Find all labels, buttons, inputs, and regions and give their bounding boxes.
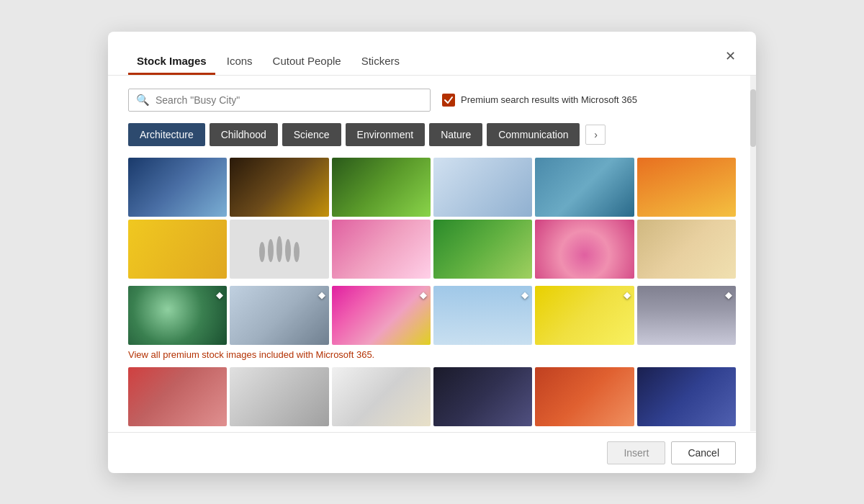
diamond-badge: ◆: [420, 289, 427, 300]
scrollbar-track[interactable]: [750, 75, 756, 431]
image-item[interactable]: [230, 220, 328, 279]
stock-images-dialog: Stock Images Icons Cutout People Sticker…: [108, 32, 756, 473]
category-nature[interactable]: Nature: [429, 123, 482, 146]
premium-label: Premium search results with Microsoft 36…: [442, 94, 637, 107]
free-images-row2: [128, 220, 736, 279]
image-item[interactable]: [128, 158, 227, 217]
insert-button[interactable]: Insert: [607, 441, 665, 464]
category-environment[interactable]: Environment: [346, 123, 426, 146]
search-row: 🔍 Premium search results with Microsoft …: [128, 89, 736, 112]
search-icon: 🔍: [136, 94, 150, 107]
premium-link[interactable]: View all premium stock images included w…: [128, 349, 736, 360]
dialog-body: 🔍 Premium search results with Microsoft …: [108, 76, 756, 432]
image-item[interactable]: [637, 220, 736, 279]
image-item[interactable]: [230, 158, 328, 217]
image-item[interactable]: [332, 158, 431, 217]
premium-checkbox[interactable]: [442, 94, 455, 107]
free-images-row1: [128, 158, 736, 217]
image-item[interactable]: [433, 367, 532, 426]
image-item[interactable]: [433, 158, 532, 217]
diamond-badge: ◆: [725, 289, 732, 300]
image-item[interactable]: [535, 220, 634, 279]
dialog-footer: Insert Cancel: [108, 432, 756, 473]
checkmark-icon: [444, 96, 453, 104]
image-item[interactable]: [535, 367, 634, 426]
premium-image-item[interactable]: ◆: [128, 286, 227, 345]
scrollbar-thumb[interactable]: [750, 89, 756, 147]
premium-image-item[interactable]: ◆: [433, 286, 532, 345]
bottom-images-row: [128, 367, 736, 426]
dialog-header: Stock Images Icons Cutout People Sticker…: [108, 32, 756, 76]
tab-stickers[interactable]: Stickers: [353, 49, 408, 75]
diamond-badge: ◆: [216, 289, 223, 300]
image-item[interactable]: [332, 220, 431, 279]
category-science[interactable]: Science: [282, 123, 341, 146]
categories-row: Architecture Childhood Science Environme…: [128, 123, 736, 146]
tab-icons[interactable]: Icons: [218, 49, 261, 75]
image-item[interactable]: [128, 220, 227, 279]
image-item[interactable]: [128, 367, 227, 426]
image-item[interactable]: [637, 158, 736, 217]
cancel-button[interactable]: Cancel: [671, 441, 736, 464]
image-item[interactable]: [433, 220, 532, 279]
diamond-badge: ◆: [624, 289, 631, 300]
premium-text: Premium search results with Microsoft 36…: [461, 94, 637, 105]
tab-cutout-people[interactable]: Cutout People: [264, 49, 350, 75]
next-categories-button[interactable]: ›: [585, 125, 606, 145]
search-box[interactable]: 🔍: [128, 89, 431, 112]
premium-image-item[interactable]: ◆: [535, 286, 634, 345]
image-item[interactable]: [535, 158, 634, 217]
image-item[interactable]: [230, 367, 328, 426]
category-childhood[interactable]: Childhood: [210, 123, 278, 146]
tab-stock-images[interactable]: Stock Images: [128, 49, 215, 75]
premium-image-item[interactable]: ◆: [230, 286, 328, 345]
diamond-badge: ◆: [521, 289, 528, 300]
diamond-badge: ◆: [318, 289, 325, 300]
category-communication[interactable]: Communication: [487, 123, 580, 146]
premium-images-row: ◆ ◆ ◆ ◆ ◆ ◆: [128, 286, 736, 345]
close-button[interactable]: ✕: [719, 45, 742, 68]
search-input[interactable]: [156, 94, 423, 106]
image-item[interactable]: [332, 367, 431, 426]
premium-image-item[interactable]: ◆: [637, 286, 736, 345]
image-item[interactable]: [637, 367, 736, 426]
category-architecture[interactable]: Architecture: [128, 123, 205, 146]
premium-image-item[interactable]: ◆: [332, 286, 431, 345]
